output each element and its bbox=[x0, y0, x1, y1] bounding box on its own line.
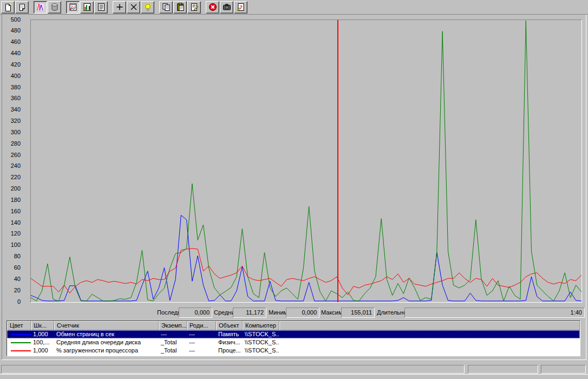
y-axis-tick: 240 bbox=[0, 162, 21, 169]
properties-button[interactable] bbox=[187, 1, 201, 14]
y-axis-tick: 100 bbox=[0, 241, 21, 249]
last-value: 0,000 bbox=[179, 308, 212, 318]
graph-icon bbox=[69, 3, 77, 11]
plus-icon bbox=[115, 3, 124, 11]
counter-parent: --- bbox=[187, 347, 216, 355]
toolbar: ? bbox=[0, 0, 588, 15]
client-frame-right bbox=[586, 15, 586, 360]
status-panel-2 bbox=[468, 365, 538, 374]
counter-scale: 1,000 bbox=[31, 330, 54, 338]
counter-legend: ЦветШк...СчетчикЭкземп...Роди...ОбъектКо… bbox=[6, 321, 580, 356]
add-counter-button[interactable] bbox=[113, 1, 126, 14]
y-axis-tick: 20 bbox=[0, 287, 21, 294]
legend-column-header[interactable]: Шк... bbox=[31, 321, 54, 330]
paste-counter-list-button[interactable] bbox=[173, 1, 187, 14]
toolbar-group bbox=[159, 1, 201, 14]
update-data-button[interactable] bbox=[220, 1, 233, 14]
toolbar-group: ? bbox=[206, 1, 247, 14]
counter-row[interactable]: 100,...Средняя длина очереди диска_Total… bbox=[7, 338, 580, 347]
stats-bar: Последний 0,000 Средний 11,172 Минимум 0… bbox=[0, 308, 588, 318]
series-line bbox=[31, 21, 582, 301]
client-frame-bottom bbox=[2, 360, 586, 360]
y-axis-tick: 380 bbox=[0, 84, 21, 91]
camera-icon bbox=[223, 3, 231, 11]
view-histogram-button[interactable] bbox=[80, 1, 94, 14]
view-report-button[interactable] bbox=[94, 1, 108, 14]
y-axis-tick: 220 bbox=[0, 174, 21, 181]
legend-column-header[interactable]: Объект bbox=[216, 321, 243, 330]
y-axis-tick: 360 bbox=[0, 95, 21, 102]
window-bottom-edge bbox=[0, 374, 588, 375]
y-axis-tick: 60 bbox=[0, 264, 21, 271]
y-axis-tick: 500 bbox=[0, 16, 21, 23]
y-axis-tick: 300 bbox=[0, 129, 21, 136]
toolbar-group bbox=[34, 1, 61, 14]
copy-icon bbox=[162, 3, 171, 11]
help-button[interactable]: ? bbox=[234, 1, 247, 14]
counter-counter: Обмен страниц в сек bbox=[54, 330, 159, 338]
counter-instance: _Total bbox=[159, 338, 187, 347]
freeze-display-button[interactable] bbox=[206, 1, 219, 14]
counter-row[interactable]: 1,000Обмен страниц в сек------Память\\ST… bbox=[7, 330, 580, 338]
y-axis-tick: 180 bbox=[0, 197, 21, 204]
counter-counter: Средняя длина очереди диска bbox=[54, 338, 159, 347]
y-axis-tick: 440 bbox=[0, 50, 21, 57]
duration-value: 1:40 bbox=[404, 308, 585, 318]
legend-column-header[interactable]: Счетчик bbox=[54, 321, 159, 330]
delete-counter-button[interactable] bbox=[127, 1, 140, 14]
log-database-icon bbox=[50, 3, 59, 11]
counter-scale: 100,... bbox=[31, 338, 54, 347]
toolbar-group bbox=[66, 1, 108, 14]
delete-x-icon bbox=[129, 3, 138, 11]
y-axis-tick: 120 bbox=[0, 230, 21, 237]
view-log-data-button[interactable] bbox=[48, 1, 61, 14]
plot-area bbox=[30, 19, 582, 303]
y-axis-tick: 460 bbox=[0, 38, 21, 45]
y-axis-tick: 160 bbox=[0, 208, 21, 215]
legend-column-header[interactable]: Роди... bbox=[187, 321, 216, 330]
y-axis-tick: 420 bbox=[0, 61, 21, 68]
counter-computer: \\STOCK_S... bbox=[243, 330, 279, 338]
y-axis-tick: 320 bbox=[0, 117, 21, 125]
counter-row[interactable]: 1,000% загруженности процессора_Total---… bbox=[7, 347, 580, 355]
counter-color-swatch bbox=[7, 330, 31, 338]
y-axis-tick: 260 bbox=[0, 152, 21, 159]
counter-instance: --- bbox=[159, 330, 187, 338]
copy-properties-button[interactable] bbox=[159, 1, 173, 14]
performance-chart bbox=[31, 20, 582, 302]
report-icon bbox=[97, 3, 106, 11]
paste-icon bbox=[176, 3, 185, 11]
series-line bbox=[31, 249, 582, 295]
system-monitor-window: ? 50048046044042040038036034032030028026… bbox=[0, 0, 588, 379]
counter-object: Проце... bbox=[216, 347, 243, 355]
y-axis-tick: 40 bbox=[0, 276, 21, 283]
legend-header: ЦветШк...СчетчикЭкземп...Роди...ОбъектКо… bbox=[7, 321, 580, 330]
y-axis-tick: 80 bbox=[0, 253, 21, 260]
color-line bbox=[11, 342, 31, 343]
current-activity-icon bbox=[36, 3, 45, 11]
y-axis-tick: 340 bbox=[0, 106, 21, 113]
view-current-activity-button[interactable] bbox=[34, 1, 47, 14]
status-panel-main bbox=[1, 365, 465, 374]
minimum-value: 0,000 bbox=[286, 308, 319, 318]
y-axis: 5004804604404204003803603403203002802602… bbox=[0, 0, 24, 325]
counter-computer: \\STOCK_S... bbox=[243, 347, 279, 355]
legend-column-header[interactable]: Экземп... bbox=[159, 321, 187, 330]
view-graph-button[interactable] bbox=[66, 1, 80, 14]
lightbulb-icon bbox=[143, 3, 152, 11]
counter-object: Память bbox=[216, 330, 243, 338]
counter-computer: \\STOCK_S... bbox=[243, 338, 279, 347]
counter-parent: --- bbox=[187, 338, 216, 347]
counter-color-swatch bbox=[7, 347, 31, 355]
color-line bbox=[11, 350, 31, 351]
legend-column-header[interactable]: Цвет bbox=[7, 321, 31, 330]
y-axis-tick: 140 bbox=[0, 219, 21, 226]
counter-instance: _Total bbox=[159, 347, 187, 355]
y-axis-tick: 0 bbox=[0, 298, 21, 305]
legend-rows: 1,000Обмен страниц в сек------Память\\ST… bbox=[7, 330, 580, 355]
legend-column-header-filler bbox=[279, 321, 580, 330]
legend-column-header[interactable]: Компьютер bbox=[243, 321, 279, 330]
counter-color-swatch bbox=[7, 338, 31, 347]
maximum-value: 155,011 bbox=[341, 308, 375, 318]
highlight-button[interactable] bbox=[141, 1, 154, 14]
